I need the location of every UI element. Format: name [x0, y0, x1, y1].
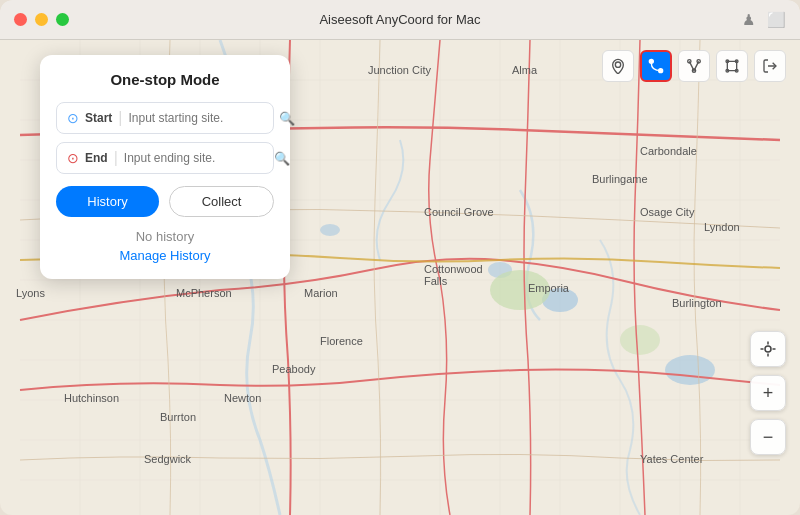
svg-point-30	[615, 62, 620, 67]
end-label: End	[85, 151, 108, 165]
location-pin-button[interactable]	[602, 50, 634, 82]
end-input-row: ⊙ End | 🔍	[56, 142, 274, 174]
zoom-in-icon: +	[763, 383, 774, 404]
exit-button[interactable]	[754, 50, 786, 82]
panel-title: One-stop Mode	[56, 71, 274, 88]
maximize-button[interactable]	[56, 13, 69, 26]
multi-stop-button[interactable]	[716, 50, 748, 82]
no-history-text: No history	[56, 229, 274, 244]
start-search-icon[interactable]: 🔍	[279, 111, 295, 126]
close-button[interactable]	[14, 13, 27, 26]
app-title: Aiseesoft AnyCoord for Mac	[319, 12, 480, 27]
svg-point-27	[665, 355, 715, 385]
start-input[interactable]	[129, 111, 279, 125]
mode-buttons: History Collect	[56, 186, 274, 217]
end-input[interactable]	[124, 151, 274, 165]
svg-point-26	[320, 224, 340, 236]
minimize-button[interactable]	[35, 13, 48, 26]
end-search-icon[interactable]: 🔍	[274, 151, 290, 166]
one-stop-panel: One-stop Mode ⊙ Start | 🔍 ⊙ End | 🔍 Hist…	[40, 55, 290, 279]
route-mode-button[interactable]	[640, 50, 672, 82]
traffic-lights	[14, 13, 69, 26]
start-icon: ⊙	[67, 110, 79, 126]
zoom-out-button[interactable]: −	[750, 419, 786, 455]
manage-history-link[interactable]: Manage History	[56, 248, 274, 263]
title-bar-icons: ♟ ⬜	[742, 11, 786, 29]
title-bar: Aiseesoft AnyCoord for Mac ♟ ⬜	[0, 0, 800, 40]
svg-point-29	[620, 325, 660, 355]
start-label: Start	[85, 111, 112, 125]
collect-button[interactable]: Collect	[169, 186, 274, 217]
zoom-in-button[interactable]: +	[750, 375, 786, 411]
zoom-out-icon: −	[763, 427, 774, 448]
map-right-controls: + −	[750, 331, 786, 455]
screen-icon[interactable]: ⬜	[767, 11, 786, 29]
my-location-button[interactable]	[750, 331, 786, 367]
multi-point-button[interactable]	[678, 50, 710, 82]
svg-point-31	[649, 59, 653, 63]
user-icon[interactable]: ♟	[742, 11, 755, 29]
end-icon: ⊙	[67, 150, 79, 166]
map-toolbar	[602, 50, 786, 82]
svg-point-28	[490, 270, 550, 310]
svg-point-41	[765, 346, 771, 352]
start-input-row: ⊙ Start | 🔍	[56, 102, 274, 134]
history-button[interactable]: History	[56, 186, 159, 217]
